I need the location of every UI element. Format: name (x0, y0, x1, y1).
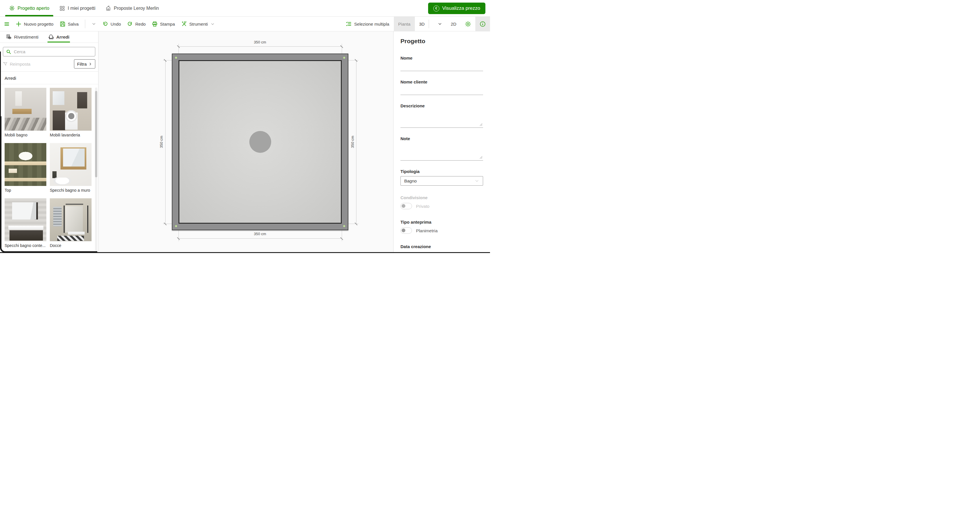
view-2d-label: 2D (451, 22, 456, 27)
product-thumbnail (5, 88, 46, 130)
note-textarea[interactable] (401, 141, 483, 161)
panel-title: Progetto (401, 38, 483, 45)
view-pianta-button[interactable]: Pianta (394, 17, 415, 31)
sidebar-tab-arredi[interactable]: Arredi (48, 31, 69, 43)
menu-button[interactable] (4, 21, 10, 27)
product-category-card[interactable]: Mobili bagno (5, 88, 46, 137)
strumenti-label: Strumenti (189, 22, 208, 27)
resize-handle-icon[interactable] (479, 123, 482, 126)
catalog-sidebar: Rivestimenti Arredi (0, 31, 99, 253)
redo-button[interactable]: Redo (127, 21, 146, 27)
extension-line (348, 224, 358, 224)
product-category-card[interactable]: Specchi bagno conte... (5, 198, 46, 248)
pianta-label: Pianta (398, 22, 410, 27)
product-thumbnail (5, 143, 46, 186)
wall-corner-handle[interactable] (175, 225, 177, 227)
view-2d-button[interactable]: 2D (447, 17, 461, 31)
nome-cliente-input[interactable] (401, 84, 483, 95)
product-thumbnail (50, 143, 92, 186)
product-thumbnail (50, 88, 92, 130)
nuovo-progetto-button[interactable]: Nuovo progetto (16, 21, 54, 27)
descrizione-textarea[interactable] (401, 108, 483, 128)
room-center-handle[interactable] (249, 131, 271, 153)
tipologia-select[interactable]: Bagno (401, 176, 483, 186)
reimposta-label: Reimposta (10, 62, 30, 67)
tab-proposte-leroy-merlin[interactable]: Proposte Leroy Merlin (100, 0, 164, 16)
strumenti-button[interactable]: Strumenti (181, 21, 215, 27)
filtra-button[interactable]: Filtra (74, 59, 95, 68)
grid-tab-icon (60, 6, 65, 11)
tipo-anteprima-value: Planimetria (416, 228, 438, 233)
toolbar-divider (85, 19, 85, 28)
resize-handle-icon[interactable] (479, 156, 482, 159)
product-category-card[interactable]: Mobili lavanderia (50, 88, 92, 137)
stampa-label: Stampa (160, 22, 175, 27)
search-input[interactable] (14, 49, 92, 54)
reimposta-button[interactable]: Reimposta (3, 62, 30, 67)
settings-button[interactable] (461, 17, 475, 31)
view-3d-button[interactable]: 3D (415, 17, 433, 31)
salva-label: Salva (68, 22, 79, 27)
tab-i-miei-progetti[interactable]: I miei progetti (54, 0, 100, 16)
selezione-multipla-button[interactable]: Selezione multipla (346, 21, 389, 27)
condivisione-label: Condivisione (401, 195, 483, 200)
filter-row: Reimposta Filtra (3, 59, 95, 68)
sidebar-tab-rivestimenti[interactable]: Rivestimenti (6, 31, 38, 43)
store-tab-icon (106, 6, 111, 11)
condivisione-value: Privato (416, 204, 430, 208)
info-button[interactable] (475, 17, 490, 31)
visualizza-prezzo-button[interactable]: € Visualizza prezzo (428, 3, 485, 14)
sidebar-tabs: Rivestimenti Arredi (0, 31, 98, 43)
extension-line (348, 60, 358, 60)
salva-button[interactable]: Salva (60, 21, 79, 27)
tiles-icon (6, 34, 12, 40)
filter-reset-icon (3, 62, 8, 67)
gear-tab-icon (9, 5, 15, 11)
undo-button[interactable]: Undo (102, 21, 121, 27)
extension-line (178, 44, 179, 54)
project-panel: Progetto Nome Nome cliente Descrizione N… (393, 31, 490, 253)
euro-icon: € (433, 5, 439, 11)
product-label: Specchi bagno conte... (5, 241, 46, 248)
view-dropdown-chevron-icon[interactable] (433, 17, 447, 31)
checklist-icon (346, 21, 352, 27)
product-category-card[interactable]: Specchi bagno a muro (50, 143, 92, 193)
dimension-label-left: 350 cm (159, 136, 164, 148)
dimension-line-right (356, 60, 356, 224)
toggle-knob (402, 229, 406, 232)
nome-input[interactable] (401, 60, 483, 71)
product-category-card[interactable]: Docce (50, 198, 92, 248)
drawer-edge-line (0, 51, 1, 118)
nome-cliente-label: Nome cliente (401, 80, 483, 84)
nuovo-progetto-label: Nuovo progetto (24, 22, 54, 27)
tab-progetto-aperto[interactable]: Progetto aperto (4, 0, 54, 16)
data-creazione-label: Data creazione (401, 244, 483, 249)
chevron-down-icon (474, 178, 479, 183)
save-dropdown-chevron-icon[interactable] (92, 22, 96, 26)
gear-icon (465, 21, 471, 27)
info-icon (480, 21, 486, 27)
armchair-icon (48, 34, 54, 40)
dimension-label-top: 350 cm (254, 40, 266, 45)
search-icon (6, 49, 11, 54)
floorplan-canvas[interactable]: 350 cm 350 cm 350 cm 350 cm (99, 31, 393, 253)
extension-line (342, 230, 342, 241)
wall-corner-handle[interactable] (175, 57, 177, 59)
sidebar-tab-label: Rivestimenti (14, 35, 38, 40)
tipo-anteprima-toggle[interactable] (401, 228, 412, 234)
tab-label: I miei progetti (68, 6, 95, 11)
filtra-label: Filtra (77, 62, 87, 67)
stampa-button[interactable]: Stampa (152, 21, 175, 27)
wall-corner-handle[interactable] (343, 57, 345, 59)
note-label: Note (401, 136, 483, 141)
wall-corner-handle[interactable] (343, 225, 345, 227)
condivisione-toggle-row: Privato (401, 203, 483, 209)
scrollbar-thumb[interactable] (95, 91, 97, 177)
sidebar-scrollbar[interactable] (95, 88, 97, 251)
tipo-anteprima-label: Tipo anteprima (401, 220, 483, 224)
condivisione-toggle[interactable] (401, 203, 412, 209)
view-3d-label: 3D (419, 22, 425, 27)
product-category-card[interactable]: Top (5, 143, 46, 193)
product-label: Mobili bagno (5, 130, 46, 137)
tools-icon (181, 21, 187, 27)
